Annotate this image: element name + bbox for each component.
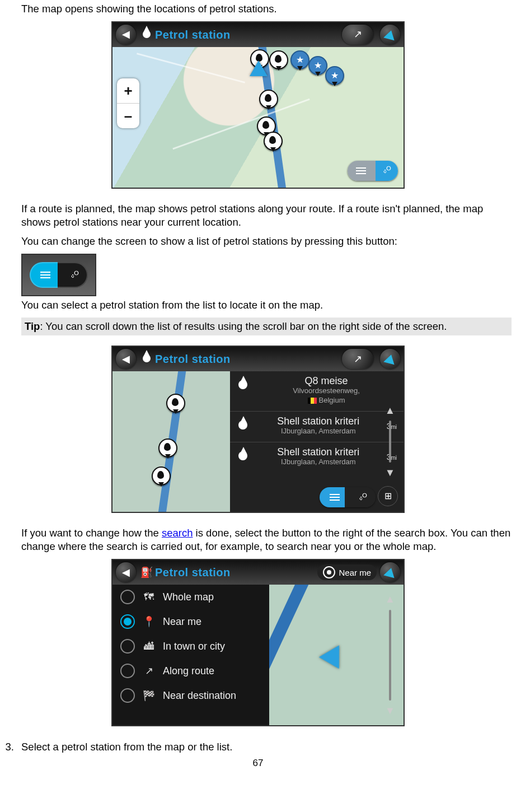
current-location-chevron: [319, 640, 349, 669]
favorite-pin[interactable]: ★: [308, 56, 327, 75]
scope-option-whole-map[interactable]: 🗺 Whole map: [112, 585, 269, 609]
route-scope-button[interactable]: ↗: [342, 25, 373, 45]
compass-button[interactable]: [380, 25, 400, 45]
keyboard-grid-button[interactable]: ⊞: [378, 486, 398, 506]
petrol-drop-icon: [237, 377, 250, 393]
page-number: 67: [0, 757, 516, 769]
list-toggle-screenshot: ៰ᴼ: [21, 254, 96, 296]
zoom-control[interactable]: + –: [117, 78, 139, 128]
tip-box: Tip: You can scroll down the list of res…: [21, 318, 512, 335]
screenshot-search-scope: ◀ ⛽ Petrol station Near me 🗺 Whole map: [111, 559, 405, 726]
map-list-toggle[interactable]: ៰ᴼ: [348, 161, 398, 181]
hamburger-icon: [330, 492, 340, 502]
numbered-step-list: Select a petrol station from the map or …: [0, 740, 516, 754]
radio-icon: [120, 639, 135, 654]
result-name: Shell station kriteri: [256, 416, 381, 427]
map-list-toggle[interactable]: ៰ᴼ: [320, 487, 376, 507]
option-label: Near me: [163, 615, 201, 628]
intro-paragraph: The map opens showing the locations of p…: [21, 2, 512, 16]
back-button[interactable]: ◀: [116, 25, 136, 45]
search-label[interactable]: Petrol station: [155, 565, 231, 580]
radio-selected-icon: [120, 614, 135, 629]
results-list: Q8 meise Vilvoordsesteenweg, Belgium She…: [230, 371, 404, 512]
compass-button[interactable]: [380, 562, 400, 582]
back-button[interactable]: ◀: [116, 562, 136, 582]
option-label: Whole map: [163, 591, 214, 604]
option-label: In town or city: [163, 640, 225, 653]
back-button[interactable]: ◀: [116, 349, 136, 369]
compass-icon: [383, 353, 396, 365]
list-toggle-button[interactable]: ៰ᴼ: [30, 262, 88, 288]
step-3: Select a petrol station from the map or …: [17, 740, 516, 754]
scope-option-near-destination[interactable]: 🏁 Near destination: [112, 683, 269, 708]
pins-icon: ៰ᴼ: [383, 164, 390, 177]
petrol-drop-icon: [142, 28, 152, 41]
petrol-drop-icon: [237, 448, 250, 464]
petrol-pin[interactable]: [259, 90, 278, 109]
search-top-bar: ◀ Petrol station ↗: [112, 22, 404, 47]
scroll-bar[interactable]: ▲ ▼: [381, 592, 399, 717]
scroll-up-icon[interactable]: ▲: [385, 592, 395, 606]
scope-option-along-route[interactable]: ↗ Along route: [112, 659, 269, 683]
screenshot-map-petrol: ◀ Petrol station ↗ + – ★ ★ ★: [111, 21, 405, 189]
petrol-drop-icon: [142, 352, 152, 366]
search-link[interactable]: search: [162, 527, 193, 539]
scroll-track[interactable]: [389, 421, 391, 463]
route-explain-paragraph: If a route is planned, the map shows pet…: [21, 202, 512, 229]
result-name: Q8 meise: [256, 376, 397, 386]
radio-icon: [120, 688, 135, 703]
zoom-out-button[interactable]: –: [117, 104, 139, 128]
favorite-pin[interactable]: ★: [325, 66, 344, 85]
search-label[interactable]: Petrol station: [155, 27, 231, 42]
target-icon: [323, 566, 335, 578]
compass-icon: [383, 567, 396, 578]
scope-current-pill[interactable]: Near me: [317, 564, 377, 580]
map-panel[interactable]: [112, 371, 230, 512]
map-panel[interactable]: ▲ ▼: [269, 585, 404, 725]
pins-icon: ៰ᴼ: [359, 491, 365, 504]
compass-icon: [383, 29, 396, 41]
route-scope-button[interactable]: ↗: [342, 349, 373, 369]
radio-icon: [120, 664, 135, 678]
result-subtitle: Vilvoordsesteenweg,: [256, 386, 397, 396]
list-item[interactable]: Q8 meise Vilvoordsesteenweg, Belgium: [230, 371, 404, 412]
pins-icon: ៰ᴼ: [71, 269, 77, 282]
scope-option-near-me[interactable]: 📍 Near me: [112, 609, 269, 634]
city-icon: 🏙: [143, 640, 155, 653]
petrol-pin[interactable]: [264, 132, 283, 151]
result-subtitle: IJburglaan, Amsterdam: [256, 427, 381, 436]
list-item[interactable]: Shell station kriteri IJburglaan, Amster…: [230, 442, 404, 473]
scroll-down-icon[interactable]: ▼: [385, 466, 395, 479]
petrol-pin[interactable]: [269, 50, 288, 69]
search-label[interactable]: Petrol station: [155, 352, 231, 366]
petrol-pin[interactable]: [166, 394, 185, 413]
list-select-paragraph: You can select a petrol station from the…: [21, 298, 512, 312]
search-scope-paragraph: If you want to change how the search is …: [21, 526, 512, 553]
search-top-bar: ◀ Petrol station ↗: [112, 347, 404, 371]
destination-flag-icon: 🏁: [143, 689, 155, 702]
petrol-pin[interactable]: [158, 438, 177, 458]
scroll-track[interactable]: [389, 610, 391, 701]
tip-label: Tip: [25, 320, 40, 332]
petrol-pump-icon: ⛽: [140, 566, 153, 579]
compass-button[interactable]: [380, 349, 400, 369]
hamburger-icon: [40, 270, 50, 280]
result-subtitle: IJburglaan, Amsterdam: [256, 458, 381, 467]
tip-text: : You can scroll down the list of result…: [40, 320, 447, 332]
map-icon: 🗺: [143, 591, 155, 604]
option-label: Along route: [163, 665, 214, 678]
scroll-up-icon[interactable]: ▲: [385, 404, 395, 417]
belgium-flag-icon: [308, 398, 317, 404]
favorite-pin[interactable]: ★: [290, 50, 309, 69]
scroll-down-icon[interactable]: ▼: [385, 704, 395, 717]
result-name: Shell station kriteri: [256, 447, 381, 458]
scroll-bar[interactable]: ▲ ▼: [381, 404, 399, 479]
option-label: Near destination: [163, 689, 236, 702]
hamburger-icon: [356, 166, 366, 176]
list-item[interactable]: Shell station kriteri IJburglaan, Amster…: [230, 412, 404, 442]
scope-option-town[interactable]: 🏙 In town or city: [112, 634, 269, 659]
search-top-bar: ◀ ⛽ Petrol station Near me: [112, 560, 404, 585]
result-country: Belgium: [256, 396, 397, 405]
zoom-in-button[interactable]: +: [117, 78, 139, 104]
list-button-intro: You can change the screen to show a list…: [21, 235, 512, 248]
